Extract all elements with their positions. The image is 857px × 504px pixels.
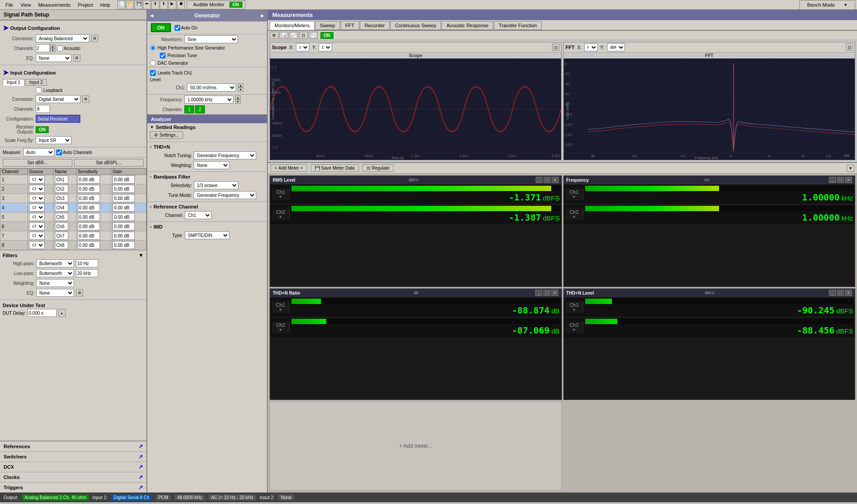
thdnr-maximize-btn[interactable]: □ [543, 290, 550, 296]
sensitivity-input-0[interactable] [78, 175, 100, 183]
settings-button[interactable]: ⚙ Settings... [150, 131, 183, 139]
menu-measurements[interactable]: Measurements [34, 1, 74, 8]
scope-expand-btn[interactable]: ⊡ [552, 44, 559, 51]
menu-project[interactable]: Project [74, 1, 96, 8]
frequency-select[interactable]: 1.00000 kHz [184, 96, 233, 104]
gain-input-1[interactable] [112, 185, 135, 193]
sensitivity-input-7[interactable] [78, 241, 100, 249]
notch-select[interactable]: Generator Frequency [194, 151, 256, 159]
nav-clocks[interactable]: Clocks ↗ [0, 472, 146, 482]
source-select-4[interactable]: Ch5 [29, 213, 45, 221]
channels-up[interactable]: ▲ [50, 44, 55, 48]
lowpass-freq-input[interactable] [76, 269, 98, 277]
input-channels-input[interactable] [36, 105, 50, 113]
tb-btn-3[interactable]: 💾 [134, 0, 142, 9]
fft-expand-btn[interactable]: ⊡ [846, 44, 853, 51]
input-connector-select[interactable]: Digital Serial [36, 95, 80, 103]
name-input-3[interactable] [55, 204, 68, 212]
regulate-btn[interactable]: ⚖ Regulate [362, 164, 394, 172]
bench-mode-button[interactable]: Bench Mode ▼ [799, 0, 855, 10]
highpass-freq-input[interactable] [76, 259, 98, 267]
dut-delay-up[interactable]: ▲ [58, 309, 66, 317]
name-input-7[interactable] [55, 241, 68, 249]
imd-type-select[interactable]: SMPTE/DIN [185, 231, 229, 239]
sensitivity-input-4[interactable] [78, 213, 100, 221]
gain-input-0[interactable] [112, 175, 135, 183]
name-input-2[interactable] [55, 194, 68, 202]
tab-recorder[interactable]: Recorder [360, 21, 390, 30]
mon-btn2[interactable]: 📊 [279, 32, 288, 39]
nav-switchers[interactable]: Switchers ↗ [0, 451, 146, 462]
source-select-1[interactable]: Ch2 [29, 185, 45, 193]
thdnr-minimize-btn[interactable]: _ [535, 290, 542, 296]
name-input-4[interactable] [55, 213, 68, 221]
ref-channel-select[interactable]: Ch1 [185, 211, 212, 219]
source-select-2[interactable]: Ch3 [29, 194, 45, 202]
loopback-checkbox[interactable] [36, 87, 42, 93]
input1-tab[interactable]: Input 1 [3, 79, 25, 86]
meters-collapse-btn[interactable]: ▼ [847, 165, 854, 172]
input2-tab[interactable]: Input 2 [25, 79, 47, 86]
save-meter-data-btn[interactable]: 💾 Save Meter Data [311, 164, 359, 172]
dut-delay-input[interactable] [28, 309, 57, 317]
gain-input-4[interactable] [112, 213, 135, 221]
high-perf-radio[interactable] [150, 45, 156, 51]
source-select-5[interactable]: Ch6 [29, 222, 45, 230]
generator-on-btn[interactable]: ON [151, 23, 171, 32]
thdn-weighting-select[interactable]: None [194, 161, 229, 169]
rms-minimize-btn[interactable]: _ [536, 177, 543, 183]
monitor-on-btn[interactable]: ON [229, 2, 242, 8]
freq-minimize-btn[interactable]: _ [829, 177, 836, 183]
channels-input[interactable] [36, 44, 50, 52]
eq-select[interactable]: None [36, 54, 71, 62]
sensitivity-input-3[interactable] [78, 204, 100, 212]
gen-ch2-btn[interactable]: 2 [195, 105, 205, 113]
source-select-3[interactable]: Ch4 [29, 204, 45, 212]
set-dbr-btn[interactable]: Set dBR... [3, 159, 72, 167]
menu-file[interactable]: File [2, 1, 17, 8]
tb-btn-7[interactable]: ▶ [168, 0, 176, 9]
tb-btn-6[interactable]: ⬇ [160, 0, 168, 9]
connector-select[interactable]: Analog Balanced [36, 34, 89, 42]
tb-btn-5[interactable]: ⬆ [151, 0, 159, 9]
sensitivity-input-6[interactable] [78, 232, 100, 240]
nav-triggers[interactable]: Triggers ↗ [0, 482, 146, 492]
rms-maximize-btn[interactable]: □ [544, 177, 551, 183]
auto-on-checkbox[interactable] [175, 25, 180, 31]
gain-input-3[interactable] [112, 204, 135, 212]
waveform-select[interactable]: Sine [184, 35, 238, 43]
channels-spinbox[interactable]: ▲ ▼ [36, 44, 55, 52]
mon-btn4[interactable]: ⊡ [299, 32, 308, 39]
auto-channels-checkbox[interactable] [56, 150, 62, 155]
gen-collapse-left[interactable]: ◄ [149, 12, 154, 19]
tb-btn-1[interactable]: 📄 [117, 0, 125, 9]
mon-btn1[interactable]: ⊞ [270, 32, 279, 39]
ch1-level-up[interactable]: ▲ [238, 83, 243, 87]
highpass-type-select[interactable]: Butterworth [36, 259, 74, 267]
eq-config-btn[interactable]: ⚙ [73, 54, 80, 62]
nav-references[interactable]: References ↗ [0, 441, 146, 451]
set-dbspl-btn[interactable]: Set dBSPL... [74, 159, 144, 167]
source-select-0[interactable]: Ch1 [29, 175, 45, 183]
mon-btn5[interactable]: 📉 [309, 32, 318, 39]
name-input-0[interactable] [55, 175, 68, 183]
filter-eq-select[interactable]: None [36, 289, 74, 297]
gain-input-5[interactable] [112, 222, 135, 230]
thdnl-maximize-btn[interactable]: □ [837, 290, 844, 296]
tab-continuous-sweep[interactable]: Continuous Sweep [390, 21, 441, 30]
tab-monitors-meters[interactable]: Monitors/Meters [270, 21, 315, 30]
tab-fft[interactable]: FFT [341, 21, 359, 30]
tab-sweep[interactable]: Sweep [315, 21, 340, 30]
config-input[interactable] [36, 115, 80, 123]
sensitivity-input-5[interactable] [78, 222, 100, 230]
add-meter-panel[interactable]: + Add meter... [270, 401, 562, 491]
tb-btn-8[interactable]: ⏹ [177, 0, 185, 9]
mon-btn3[interactable]: 📈 [289, 32, 298, 39]
gain-input-6[interactable] [112, 232, 135, 240]
ch1-level-select[interactable]: 50.00 mVrms [187, 83, 236, 92]
freq-up[interactable]: ▲ [235, 96, 241, 100]
acoustic-checkbox[interactable] [57, 46, 63, 51]
gen-collapse-right[interactable]: ► [260, 12, 265, 19]
thdnl-close-btn[interactable]: ✕ [845, 290, 852, 296]
dac-gen-radio[interactable] [150, 60, 156, 66]
